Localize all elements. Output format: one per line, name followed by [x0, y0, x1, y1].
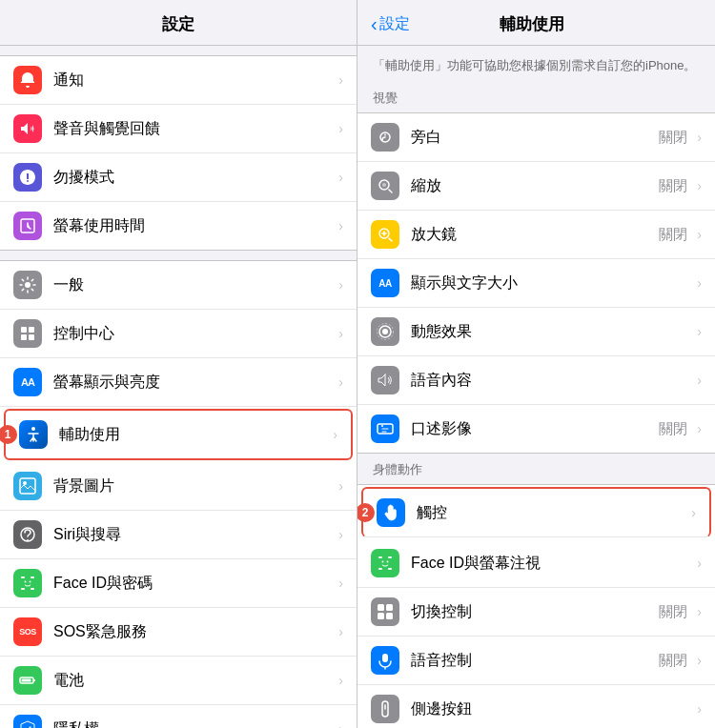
- right-item-side-button[interactable]: 側邊按鈕 ›: [358, 685, 715, 728]
- right-item-spoken[interactable]: 語音內容 ›: [358, 356, 715, 405]
- right-item-switch-control[interactable]: 切換控制 關閉 ›: [358, 588, 715, 637]
- zoom-icon: [371, 172, 399, 200]
- privacy-icon: [13, 715, 42, 728]
- right-item-zoom[interactable]: 縮放 關閉 ›: [358, 162, 715, 211]
- general-label: 一般: [53, 275, 335, 295]
- notifications-label: 通知: [53, 71, 335, 91]
- back-chevron-icon: ‹: [371, 13, 378, 35]
- right-header: ‹ 設定 輔助使用: [358, 0, 715, 46]
- screentime-icon: [13, 212, 42, 240]
- wallpaper-chevron: ›: [338, 478, 343, 494]
- settings-item-battery[interactable]: 電池 ›: [0, 657, 357, 705]
- display-text-label: 顯示與文字大小: [411, 273, 693, 293]
- right-item-voiceover[interactable]: 旁白 關閉 ›: [358, 113, 715, 162]
- general-chevron: ›: [338, 277, 343, 293]
- switch-control-icon: [371, 597, 399, 626]
- svg-rect-5: [29, 334, 34, 340]
- svg-rect-31: [388, 556, 392, 558]
- sos-icon: SOS: [13, 617, 42, 646]
- motion-chevron: ›: [697, 324, 702, 339]
- voice-control-label: 語音控制: [411, 651, 659, 671]
- spoken-chevron: ›: [697, 373, 702, 388]
- siri-label: Siri與搜尋: [53, 525, 335, 545]
- settings-item-control[interactable]: 控制中心 ›: [0, 310, 357, 358]
- settings-item-privacy[interactable]: 隱私權 ›: [0, 705, 357, 728]
- voiceover-status: 關閉: [659, 129, 687, 147]
- spoken-label: 語音內容: [411, 371, 693, 391]
- svg-rect-3: [29, 327, 34, 333]
- audiodesc-status: 關閉: [659, 420, 687, 438]
- wallpaper-label: 背景圖片: [53, 476, 335, 496]
- voice-control-status: 關閉: [659, 652, 687, 670]
- svg-point-29: [381, 425, 383, 427]
- magnifier-status: 關閉: [659, 226, 687, 244]
- voiceover-label: 旁白: [411, 128, 659, 148]
- vision-section-title: 視覺: [358, 82, 715, 111]
- settings-item-wallpaper[interactable]: 背景圖片 ›: [0, 462, 357, 511]
- settings-item-sos[interactable]: SOS SOS緊急服務 ›: [0, 608, 357, 657]
- voice-control-chevron: ›: [697, 653, 702, 668]
- display-chevron: ›: [338, 374, 343, 390]
- right-item-audiodesc[interactable]: 口述影像 關閉 ›: [358, 405, 715, 453]
- accessibility-chevron: ›: [333, 427, 337, 442]
- general-icon: [13, 271, 42, 299]
- right-item-touch[interactable]: 2 觸控 ›: [361, 487, 711, 537]
- settings-item-general[interactable]: 一般 ›: [0, 261, 357, 310]
- faceid-label: Face ID與密碼: [53, 574, 335, 594]
- svg-point-10: [27, 539, 29, 541]
- notifications-chevron: ›: [338, 72, 343, 88]
- side-button-label: 側邊按鈕: [411, 699, 693, 719]
- svg-rect-40: [382, 654, 388, 662]
- right-item-magnifier[interactable]: 放大鏡 關閉 ›: [358, 211, 715, 259]
- right-item-faceid2[interactable]: Face ID與螢幕注視 ›: [358, 539, 715, 588]
- audiodesc-icon: [371, 415, 399, 443]
- switch-control-status: 關閉: [659, 603, 687, 621]
- back-button[interactable]: ‹ 設定: [371, 13, 410, 35]
- accessibility-icon: [19, 420, 48, 449]
- display-text-chevron: ›: [697, 275, 702, 291]
- focus-label: 勿擾模式: [53, 168, 335, 188]
- svg-point-34: [382, 561, 384, 563]
- right-item-display-text[interactable]: AA 顯示與文字大小 ›: [358, 259, 715, 308]
- left-panel: 設定 通知 › 聲音與觸覺回饋 ›: [0, 0, 358, 728]
- zoom-status: 關閉: [659, 177, 687, 195]
- audiodesc-chevron: ›: [697, 421, 702, 436]
- motion-label: 動態效果: [411, 322, 693, 342]
- magnifier-label: 放大鏡: [411, 225, 659, 245]
- wallpaper-icon: [13, 472, 42, 500]
- settings-item-siri[interactable]: Siri與搜尋 ›: [0, 511, 357, 559]
- svg-rect-14: [31, 588, 34, 590]
- faceid2-chevron: ›: [697, 556, 702, 571]
- display-label: 螢幕顯示與亮度: [53, 373, 335, 393]
- switch-control-label: 切換控制: [411, 602, 659, 622]
- svg-rect-32: [378, 568, 382, 570]
- left-header: 設定: [0, 0, 357, 46]
- settings-item-focus[interactable]: 勿擾模式 ›: [0, 153, 357, 202]
- svg-rect-33: [388, 568, 392, 570]
- magnifier-icon: [371, 220, 399, 249]
- zoom-label: 縮放: [411, 176, 659, 196]
- magnifier-chevron: ›: [697, 227, 702, 242]
- settings-item-sound[interactable]: 聲音與觸覺回饋 ›: [0, 105, 357, 153]
- battery-icon: [13, 666, 42, 695]
- side-button-icon: [371, 695, 399, 723]
- svg-rect-12: [31, 576, 34, 578]
- settings-group-1: 通知 › 聲音與觸覺回饋 › 勿擾模式 ›: [0, 55, 357, 251]
- body-group: 2 觸控 › Face ID與螢幕注視 › 切換控制: [358, 484, 715, 728]
- settings-item-notifications[interactable]: 通知 ›: [0, 56, 357, 105]
- control-icon: [13, 319, 42, 348]
- settings-item-accessibility[interactable]: 1 輔助使用 ›: [4, 409, 353, 460]
- touch-label: 觸控: [417, 503, 687, 523]
- settings-group-2: 一般 › 控制中心 › AA 螢幕顯示與亮度 › 1: [0, 260, 357, 728]
- back-label: 設定: [379, 14, 410, 34]
- audiodesc-label: 口述影像: [411, 419, 659, 439]
- faceid-chevron: ›: [338, 576, 343, 591]
- right-content: 「輔助使用」功能可協助您根據個別需求自訂您的iPhone。 視覺 旁白 關閉 ›…: [358, 46, 715, 728]
- settings-item-display[interactable]: AA 螢幕顯示與亮度 ›: [0, 358, 357, 407]
- settings-item-faceid[interactable]: Face ID與密碼 ›: [0, 559, 357, 608]
- right-item-motion[interactable]: 動態效果 ›: [358, 308, 715, 356]
- right-item-voice-control[interactable]: 語音控制 關閉 ›: [358, 637, 715, 685]
- battery-label: 電池: [53, 671, 335, 691]
- settings-item-screentime[interactable]: 螢幕使用時間 ›: [0, 202, 357, 250]
- sound-chevron: ›: [338, 121, 343, 136]
